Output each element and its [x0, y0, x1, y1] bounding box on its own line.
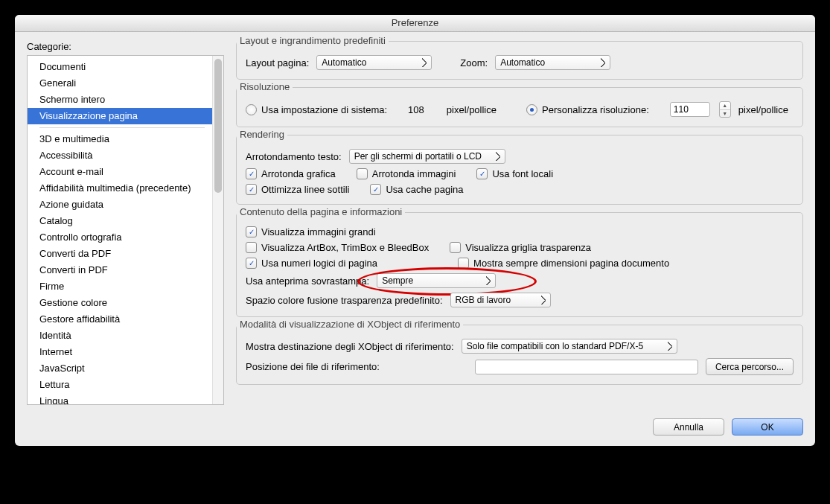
- group-rendering: Rendering Arrotondamento testo: Per gli …: [236, 135, 803, 205]
- sidebar-item[interactable]: Internet: [28, 344, 212, 360]
- ok-button[interactable]: OK: [732, 418, 803, 436]
- color-space-select[interactable]: RGB di lavoro: [450, 293, 551, 307]
- sidebar-item[interactable]: Gestione colore: [28, 295, 212, 311]
- sidebar-item[interactable]: Affidabilità multimedia (precedente): [28, 180, 212, 197]
- sidebar-item[interactable]: Lingua: [28, 393, 212, 404]
- chk-thin-lines[interactable]: ✓Ottimizza linee sottili: [246, 184, 349, 195]
- categories-label: Categorie:: [27, 41, 224, 52]
- layout-select[interactable]: Automatico: [316, 55, 432, 70]
- rounding-select[interactable]: Per gli schermi di portatili o LCD: [349, 149, 505, 164]
- radio-custom[interactable]: Personalizza risoluzione:: [526, 104, 649, 115]
- sidebar-item[interactable]: JavaScript: [28, 360, 212, 377]
- group-xobject: Modalità di visualizzazione di XObject d…: [236, 325, 803, 385]
- sidebar-item[interactable]: Accessibilità: [28, 147, 212, 164]
- sidebar-item[interactable]: Account e-mail: [28, 164, 212, 180]
- sidebar-item[interactable]: Documenti: [28, 59, 212, 75]
- scrollbar[interactable]: [212, 56, 223, 404]
- chk-local-fonts[interactable]: ✓Usa font locali: [476, 168, 553, 179]
- zoom-select[interactable]: Automatico: [495, 55, 610, 70]
- sidebar-item[interactable]: Generali: [28, 75, 212, 92]
- window-title: Preferenze: [15, 15, 815, 32]
- sidebar-item[interactable]: Controllo ortografia: [28, 229, 212, 246]
- xobject-path-input[interactable]: [475, 360, 698, 374]
- layout-label: Layout pagina:: [246, 57, 309, 68]
- scroll-thumb[interactable]: [214, 59, 222, 193]
- zoom-label: Zoom:: [460, 57, 488, 68]
- chk-round-images[interactable]: Arrotonda immagini: [357, 168, 456, 179]
- categories-list: DocumentiGeneraliSchermo interoVisualizz…: [27, 55, 224, 405]
- sidebar-item[interactable]: Schermo intero: [28, 92, 212, 108]
- chk-round-graphics[interactable]: ✓Arrotonda grafica: [246, 168, 336, 179]
- sidebar-item[interactable]: Azione guidata: [28, 197, 212, 213]
- chk-show-dim[interactable]: Mostra sempre dimensioni pagina document…: [458, 258, 669, 269]
- sidebar-item[interactable]: Lettura: [28, 377, 212, 393]
- preferences-window: Preferenze Categorie: DocumentiGeneraliS…: [15, 15, 815, 446]
- group-content: Contenuto della pagina e informazioni ✓V…: [236, 212, 803, 317]
- browse-button[interactable]: Cerca percorso...: [706, 358, 794, 375]
- sidebar-item[interactable]: 3D e multimedia: [28, 131, 212, 147]
- overprint-select[interactable]: Sempre: [377, 273, 496, 288]
- chk-logical-pages[interactable]: ✓Usa numeri logici di pagina: [246, 258, 377, 269]
- resolution-stepper[interactable]: ▲▼: [719, 101, 731, 118]
- resolution-input[interactable]: [670, 102, 710, 117]
- radio-system[interactable]: Usa impostazione di sistema:: [246, 104, 387, 115]
- chk-cache[interactable]: ✓Usa cache pagina: [370, 184, 463, 195]
- chk-big-images[interactable]: ✓Visualizza immagini grandi: [246, 226, 376, 237]
- xobject-dest-select[interactable]: Solo file compatibili con lo standard PD…: [462, 339, 677, 354]
- chk-grid[interactable]: Visualizza griglia trasparenza: [450, 242, 591, 253]
- group-resolution: Risoluzione Usa impostazione di sistema:…: [236, 87, 803, 127]
- sidebar-item[interactable]: Catalog: [28, 213, 212, 229]
- sidebar-item[interactable]: Converti in PDF: [28, 262, 212, 278]
- sidebar-item[interactable]: Gestore affidabilità: [28, 311, 212, 328]
- cancel-button[interactable]: Annulla: [653, 418, 724, 436]
- chk-artbox[interactable]: Visualizza ArtBox, TrimBox e BleedBox: [246, 242, 429, 253]
- sidebar-item[interactable]: Visualizzazione pagina: [28, 108, 212, 124]
- sidebar-item[interactable]: Firme: [28, 278, 212, 295]
- group-layout: Layout e ingrandimento predefiniti Layou…: [236, 41, 803, 80]
- sidebar-item[interactable]: Identità: [28, 328, 212, 344]
- sidebar-item[interactable]: Converti da PDF: [28, 246, 212, 262]
